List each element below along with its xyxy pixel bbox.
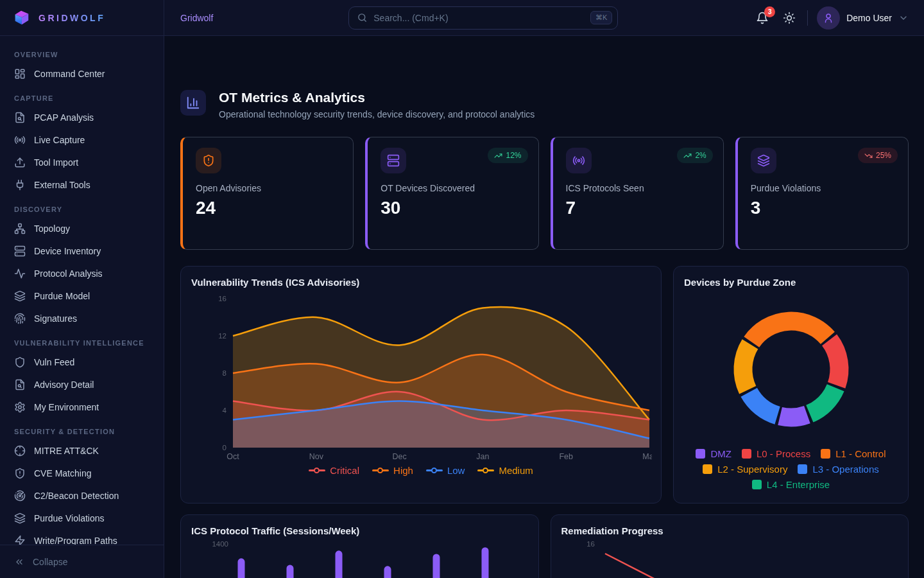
avatar [817, 6, 840, 30]
sidebar-item-label: C2/Beacon Detection [34, 491, 119, 501]
svg-text:Jan: Jan [476, 452, 489, 461]
legend-label: Medium [499, 465, 533, 476]
stat-card-ot-devices-discovered: 12%OT Devices Discovered30 [365, 137, 538, 250]
svg-text:0: 0 [223, 444, 227, 451]
sidebar-item-label: External Tools [34, 180, 90, 190]
legend-label: Low [447, 465, 465, 476]
nav-section-label: DISCOVERY [8, 200, 156, 217]
protocol-traffic-chart[interactable]: 1400 [191, 536, 528, 578]
sidebar-item-device-inventory[interactable]: Device Inventory [8, 240, 156, 262]
sidebar-item-command-center[interactable]: Command Center [8, 62, 156, 85]
server-icon [14, 245, 26, 257]
layers-icon [751, 148, 776, 173]
svg-text:4: 4 [223, 407, 227, 414]
vuln-trends-chart[interactable]: 0481216OctNovDecJanFebMarCriticalHighLow… [191, 288, 651, 476]
legend-item-l4-enterprise[interactable]: L4 - Enterprise [752, 479, 830, 490]
legend-item-dmz[interactable]: DMZ [696, 448, 732, 459]
radio-icon [14, 134, 26, 146]
logo[interactable]: GRIDWOLF [0, 0, 164, 35]
file-search-icon [14, 379, 26, 390]
brand-name: GRIDWOLF [38, 13, 105, 23]
stat-label: OT Devices Discovered [381, 183, 525, 193]
sidebar-item-label: Purdue Model [34, 291, 90, 301]
search-bar[interactable]: ⌘K [348, 6, 618, 30]
trend-badge: 25% [858, 148, 898, 163]
trend-badge: 12% [488, 148, 527, 163]
user-menu[interactable]: Demo User [817, 6, 909, 30]
notifications-button[interactable]: 3 [753, 9, 771, 27]
legend-item-high[interactable]: High [372, 465, 413, 476]
divider [807, 10, 808, 26]
legend-item-l2-supervisory[interactable]: L2 - Supervisory [703, 464, 787, 475]
stat-card-purdue-violations: 25%Purdue Violations3 [735, 137, 909, 250]
sidebar-collapse-button[interactable]: Collapse [0, 545, 164, 578]
legend-label: Critical [330, 465, 359, 476]
sidebar-item-mitre-att-ck[interactable]: MITRE ATT&CK [8, 439, 156, 462]
fingerprint-icon [14, 313, 26, 324]
chart-legend: DMZL0 - ProcessL1 - ControlL2 - Supervis… [684, 448, 898, 490]
shield-icon [14, 356, 26, 368]
purdue-donut-chart[interactable]: DMZL0 - ProcessL1 - ControlL2 - Supervis… [684, 288, 898, 490]
vuln-trends-card: Vulnerability Trends (ICS Advisories) 04… [180, 266, 662, 504]
theme-toggle-button[interactable] [780, 9, 798, 27]
legend-marker [477, 467, 494, 474]
file-search-icon [14, 112, 26, 123]
sidebar-item-cve-matching[interactable]: CVE Matching [8, 462, 156, 484]
legend-label: L3 - Operations [812, 464, 878, 475]
legend-item-critical[interactable]: Critical [309, 465, 359, 476]
sidebar-item-label: Vuln Feed [34, 357, 74, 367]
sidebar-item-write-program-paths[interactable]: Write/Program Paths [8, 529, 156, 545]
shield-alert-icon [14, 468, 26, 479]
legend-item-low[interactable]: Low [426, 465, 465, 476]
legend-marker [309, 467, 325, 474]
chart-legend: CriticalHighLowMedium [191, 465, 651, 476]
page-title: OT Metrics & Analytics [219, 90, 535, 105]
legend-swatch [798, 464, 807, 474]
stats-grid: Open Advisories2412%OT Devices Discovere… [180, 137, 909, 250]
search-icon [357, 12, 368, 23]
charts-row: Vulnerability Trends (ICS Advisories) 04… [180, 266, 909, 504]
chart-title: Remediation Progress [561, 525, 898, 536]
search-input[interactable] [373, 13, 585, 23]
sidebar-item-live-capture[interactable]: Live Capture [8, 128, 156, 151]
legend-label: L2 - Supervisory [717, 464, 787, 475]
sidebar-item-label: Topology [34, 223, 70, 234]
sidebar-item-pcap-analysis[interactable]: PCAP Analysis [8, 106, 156, 128]
page-header: OT Metrics & Analytics Operational techn… [180, 90, 909, 119]
sidebar-item-topology[interactable]: Topology [8, 217, 156, 240]
stat-card-ics-protocols-seen: 2%ICS Protocols Seen7 [551, 137, 724, 250]
legend-item-medium[interactable]: Medium [477, 465, 533, 476]
activity-icon [14, 268, 26, 279]
sidebar-item-vuln-feed[interactable]: Vuln Feed [8, 351, 156, 373]
sidebar-item-signatures[interactable]: Signatures [8, 307, 156, 329]
sidebar-item-external-tools[interactable]: External Tools [8, 173, 156, 196]
chevrons-left-icon [14, 557, 24, 567]
sidebar-item-protocol-analysis[interactable]: Protocol Analysis [8, 262, 156, 285]
sidebar-item-label: Protocol Analysis [34, 268, 103, 279]
purdue-donut-card: Devices by Purdue Zone DMZL0 - ProcessL1… [673, 266, 909, 504]
remediation-chart[interactable]: 16 [561, 536, 898, 578]
legend-label: L0 - Process [757, 448, 810, 459]
sidebar-item-c2-beacon-detection[interactable]: C2/Beacon Detection [8, 484, 156, 507]
sidebar-item-purdue-violations[interactable]: Purdue Violations [8, 507, 156, 529]
main-content: OT Metrics & Analytics Operational techn… [164, 36, 924, 578]
topbar-actions: 3 Demo User [753, 6, 924, 30]
svg-text:16: 16 [586, 540, 595, 548]
bar-chart-icon [180, 90, 206, 116]
sidebar-item-my-environment[interactable]: My Environment [8, 396, 156, 418]
nav-section-label: OVERVIEW [8, 46, 156, 62]
sidebar-item-advisory-detail[interactable]: Advisory Detail [8, 373, 156, 396]
sidebar-item-tool-import[interactable]: Tool Import [8, 151, 156, 173]
sidebar-nav: OVERVIEWCommand CenterCAPTUREPCAP Analys… [0, 36, 164, 545]
radar-icon [14, 490, 26, 502]
legend-label: High [393, 465, 413, 476]
chart-title: Vulnerability Trends (ICS Advisories) [191, 277, 651, 288]
svg-text:Nov: Nov [309, 452, 324, 461]
legend-item-l0-process[interactable]: L0 - Process [742, 448, 810, 459]
breadcrumb[interactable]: Gridwolf [180, 13, 213, 23]
svg-text:1400: 1400 [212, 540, 228, 548]
svg-text:Oct: Oct [227, 452, 239, 461]
legend-item-l1-control[interactable]: L1 - Control [821, 448, 886, 459]
legend-item-l3-operations[interactable]: L3 - Operations [798, 464, 878, 475]
sidebar-item-purdue-model[interactable]: Purdue Model [8, 285, 156, 307]
